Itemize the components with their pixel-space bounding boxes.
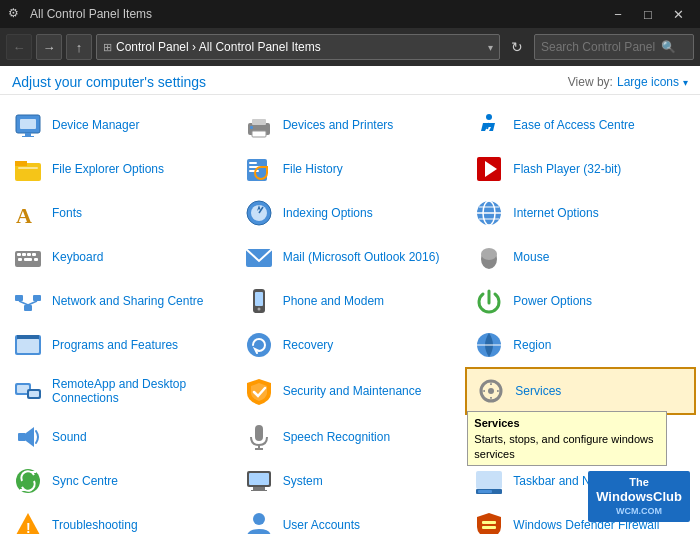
address-bar[interactable]: ⊞ Control Panel › All Control Panel Item… [96,34,500,60]
svg-rect-2 [25,133,31,136]
svg-rect-58 [29,391,39,397]
list-item[interactable]: Security and Maintenance [235,367,466,415]
firewall-icon [473,509,505,534]
svg-line-45 [28,301,37,305]
item-label: Security and Maintenance [283,384,422,398]
list-item[interactable]: Ease of Access Centre [465,103,696,147]
item-label: Device Manager [52,118,139,132]
breadcrumb-text: Control Panel › All Control Panel Items [116,40,484,54]
internet-options-icon [473,197,505,229]
svg-rect-36 [34,258,38,261]
item-label: Troubleshooting [52,518,138,532]
item-label: Programs and Features [52,338,178,352]
list-item[interactable]: Phone and Modem [235,279,466,323]
svg-rect-74 [251,490,267,491]
svg-line-44 [19,301,28,305]
item-label: Keyboard [52,250,103,264]
list-item[interactable]: ServicesServicesStarts, stops, and confi… [465,367,696,415]
svg-rect-33 [32,253,36,256]
list-item[interactable]: Recovery [235,323,466,367]
file-history-icon [243,153,275,185]
list-item[interactable]: Power Options [465,279,696,323]
item-label: Ease of Access Centre [513,118,634,132]
item-label: Indexing Options [283,206,373,220]
tooltip-title: Services [474,416,660,430]
maximize-button[interactable]: □ [634,4,662,24]
svg-rect-47 [255,292,263,306]
search-input[interactable] [541,40,661,54]
view-by-control[interactable]: View by: Large icons ▾ [568,75,688,89]
svg-rect-14 [249,162,257,164]
list-item[interactable]: Devices and Printers [235,103,466,147]
svg-rect-77 [478,490,492,493]
svg-rect-41 [24,305,32,311]
back-button[interactable]: ← [6,34,32,60]
user-accounts-icon [243,509,275,534]
item-label: System [283,474,323,488]
up-button[interactable]: ↑ [66,34,92,60]
list-item[interactable]: Region [465,323,696,367]
search-icon[interactable]: 🔍 [661,40,676,54]
svg-rect-43 [33,295,41,301]
list-item[interactable]: Mail (Microsoft Outlook 2016) [235,235,466,279]
file-explorer-icon [12,153,44,185]
svg-text:A: A [16,203,32,228]
item-label: File Explorer Options [52,162,164,176]
view-by-value[interactable]: Large icons [617,75,679,89]
breadcrumb-icon: ⊞ [103,41,112,54]
list-item[interactable]: Flash Player (32-bit) [465,147,696,191]
list-item[interactable]: Internet Options [465,191,696,235]
window-controls[interactable]: − □ ✕ [604,4,692,24]
svg-rect-3 [22,136,34,137]
list-item[interactable]: File History [235,147,466,191]
list-item[interactable]: AFonts [4,191,235,235]
item-label: Fonts [52,206,82,220]
item-label: Sync Centre [52,474,118,488]
close-button[interactable]: ✕ [664,4,692,24]
minimize-button[interactable]: − [604,4,632,24]
list-item[interactable]: Sync Centre [4,459,235,503]
list-item[interactable]: Programs and Features [4,323,235,367]
list-item[interactable]: !Troubleshooting [4,503,235,534]
list-item[interactable]: File Explorer Options [4,147,235,191]
watermark-line2: WindowsClub [596,489,682,506]
list-item[interactable]: Sound [4,415,235,459]
svg-rect-5 [252,119,266,125]
search-bar[interactable]: 🔍 [534,34,694,60]
refresh-button[interactable]: ↻ [504,34,530,60]
keyboard-icon [12,241,44,273]
item-label: Region [513,338,551,352]
tooltip: ServicesStarts, stops, and configure win… [467,411,667,466]
list-item[interactable]: Mouse [465,235,696,279]
programs-icon [12,329,44,361]
item-label: RemoteApp and Desktop Connections [52,377,227,406]
taskbar-icon [473,465,505,497]
list-item[interactable]: User Accounts [235,503,466,534]
item-label: Recovery [283,338,334,352]
view-by-label: View by: [568,75,613,89]
address-dropdown-arrow[interactable]: ▾ [488,42,493,53]
mouse-icon [473,241,505,273]
watermark-line1: The [596,475,682,489]
forward-button[interactable]: → [36,34,62,60]
view-by-arrow[interactable]: ▾ [683,77,688,88]
list-item[interactable]: Speech Recognition [235,415,466,459]
svg-rect-73 [253,487,265,490]
region-icon [473,329,505,361]
svg-rect-61 [18,433,26,441]
list-item[interactable]: System [235,459,466,503]
svg-rect-34 [18,258,22,261]
list-item[interactable]: Device Manager [4,103,235,147]
item-label: Power Options [513,294,592,308]
titlebar-title: All Control Panel Items [30,7,604,21]
list-item[interactable]: Network and Sharing Centre [4,279,235,323]
troubleshooting-icon: ! [12,509,44,534]
svg-rect-63 [255,425,263,441]
list-item[interactable]: Indexing Options [235,191,466,235]
indexing-icon [243,197,275,229]
flash-player-icon [473,153,505,185]
navbar: ← → ↑ ⊞ Control Panel › All Control Pane… [0,28,700,66]
page-title: Adjust your computer's settings [12,74,206,90]
list-item[interactable]: Keyboard [4,235,235,279]
list-item[interactable]: RemoteApp and Desktop Connections [4,367,235,415]
